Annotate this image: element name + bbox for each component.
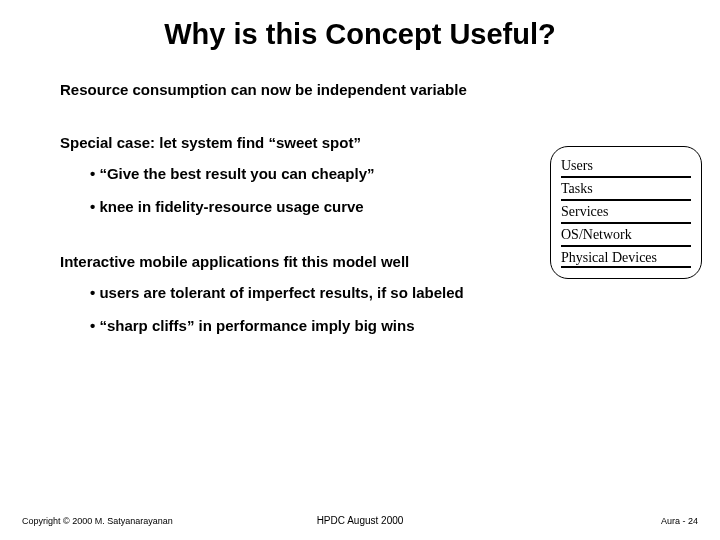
footer: Copyright © 2000 M. Satyanarayanan HPDC … [0, 516, 720, 526]
slide: Why is this Concept Useful? Resource con… [0, 0, 720, 540]
bullet-tolerant: users are tolerant of imperfect results,… [90, 284, 660, 301]
footer-page: Aura - 24 [661, 516, 698, 526]
stack-os-network: OS/Network [561, 224, 691, 247]
stack-users: Users [561, 155, 691, 178]
footer-copyright: Copyright © 2000 M. Satyanarayanan [22, 516, 173, 526]
footer-event: HPDC August 2000 [317, 515, 404, 526]
bullet-sharp-cliffs: “sharp cliffs” in performance imply big … [90, 317, 660, 334]
bullet-group-2: users are tolerant of imperfect results,… [90, 284, 660, 334]
slide-title: Why is this Concept Useful? [0, 18, 720, 51]
paragraph-resource: Resource consumption can now be independ… [60, 81, 660, 98]
layer-stack-box: Users Tasks Services OS/Network Physical… [550, 146, 702, 279]
stack-physical-devices: Physical Devices [561, 247, 691, 268]
stack-services: Services [561, 201, 691, 224]
stack-tasks: Tasks [561, 178, 691, 201]
